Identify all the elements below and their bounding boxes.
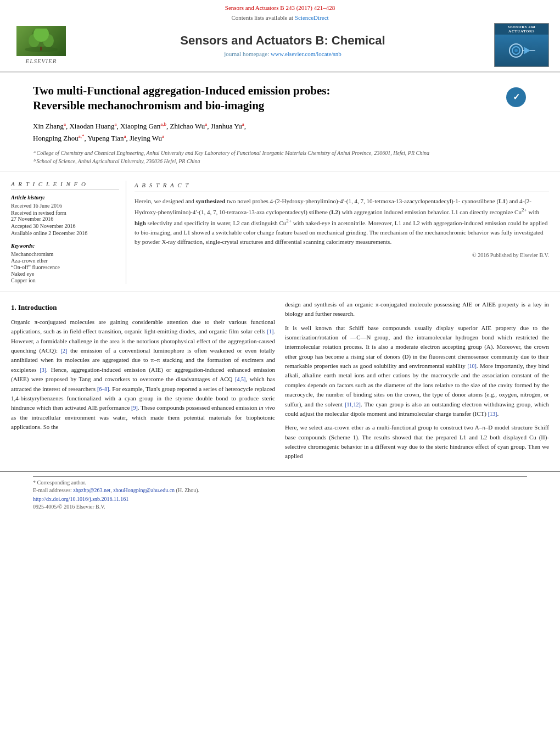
journal-title: Sensors and Actuators B: Chemical	[71, 34, 494, 48]
history-label: Article history:	[11, 194, 119, 200]
affiliations-section: ᵃ College of Chemistry and Chemical Engi…	[33, 149, 527, 165]
abstract-column: A B S T R A C T Herein, we designed and …	[135, 181, 549, 284]
keywords-label: Keywords:	[11, 243, 119, 249]
received-date: Received 16 June 2016	[11, 203, 119, 209]
abstract-heading: A B S T R A C T	[135, 181, 549, 193]
article-info-abstract: A R T I C L E I N F O Article history: R…	[0, 174, 560, 289]
email-note: E-mail addresses: zhpzhp@263.net, zhouHo…	[33, 487, 527, 493]
sensors-logo-image	[495, 35, 548, 66]
keywords-section: Keywords: Mechanochromism Aza-crown ethe…	[11, 243, 119, 283]
footer: * Corresponding author. E-mail addresses…	[0, 471, 560, 514]
doi-link[interactable]: http://dx.doi.org/10.1016/j.snb.2016.11.…	[33, 496, 527, 502]
accepted-date: Accepted 30 November 2016	[11, 223, 119, 229]
authors-section: Xin Zhanga, Xiaodan Huanga, Xiaoping Gan…	[33, 120, 527, 144]
journal-header: Sensors and Actuators B 243 (2017) 421–4…	[0, 0, 560, 72]
journal-title-center: Sensors and Actuators B: Chemical journa…	[71, 34, 494, 57]
article-title: Two multi-Functional aggregation-Induced…	[33, 83, 497, 114]
abstract-text: Herein, we designed and synthesized two …	[135, 197, 549, 247]
doi-line: Sensors and Actuators B 243 (2017) 421–4…	[225, 4, 335, 11]
copyright-notice: © 2016 Published by Elsevier B.V.	[135, 251, 549, 259]
body-content: 1. Introduction Organic π-conjugated mol…	[0, 294, 560, 471]
sciencedirect-link[interactable]: ScienceDirect	[295, 14, 329, 21]
page: Sensors and Actuators B 243 (2017) 421–4…	[0, 0, 560, 742]
received-revised: Received in revised form27 November 2016	[11, 210, 119, 222]
crossmark-logo[interactable]: ✓	[505, 86, 527, 108]
keyword-1: Mechanochromism	[11, 251, 119, 257]
keyword-3: “On-off” fluorescence	[11, 264, 119, 270]
svg-point-8	[514, 49, 518, 52]
authors-text: Xin Zhanga, Xiaodan Huanga, Xiaoping Gan…	[33, 122, 246, 142]
svg-text:✓: ✓	[513, 92, 520, 102]
available-online: Available online 2 December 2016	[11, 230, 119, 236]
crossmark-icon: ✓	[506, 87, 527, 108]
sensors-actuators-logo: SENSORS and ACTUATORS	[494, 23, 549, 67]
contents-line: Contents lists available at ScienceDirec…	[11, 14, 549, 21]
elsevier-tree-icon	[22, 29, 60, 53]
body-left-column: 1. Introduction Organic π-conjugated mol…	[11, 300, 275, 466]
homepage-url[interactable]: www.elsevier.com/locate/snb	[271, 51, 341, 57]
elsevier-text: ELSEVIER	[26, 58, 57, 64]
body-right-column: design and synthesis of an organic π-con…	[285, 300, 549, 466]
keyword-4: Naked eye	[11, 271, 119, 277]
elsevier-logo: ELSEVIER	[11, 26, 71, 64]
intro-para-right-1: design and synthesis of an organic π-con…	[285, 300, 549, 319]
email-2[interactable]: zhouHongping@ahu.edu.cn	[113, 487, 175, 493]
article-title-section: Two multi-Functional aggregation-Induced…	[33, 83, 527, 114]
intro-para-right-2: It is well known that Schiff base compou…	[285, 323, 549, 419]
article-info-column: A R T I C L E I N F O Article history: R…	[11, 181, 126, 284]
keyword-2: Aza-crown ether	[11, 258, 119, 264]
journal-homepage: journal homepage: www.elsevier.com/locat…	[71, 51, 494, 57]
intro-section-title: 1. Introduction	[11, 302, 275, 313]
header-main: ELSEVIER Sensors and Actuators B: Chemic…	[11, 23, 549, 67]
intro-para-right-3: Here, we select aza-crown ether as a mul…	[285, 423, 549, 461]
article-header: Two multi-Functional aggregation-Induced…	[0, 72, 560, 171]
corresponding-note: * Corresponding author.	[33, 479, 527, 486]
section-divider	[0, 292, 560, 292]
sensors-logo-header: SENSORS and ACTUATORS	[495, 24, 548, 35]
elsevier-logo-image	[16, 26, 66, 56]
affiliation-b: ᵇ School of Science, Anhui Agricultural …	[33, 157, 527, 165]
affiliation-a: ᵃ College of Chemistry and Chemical Engi…	[33, 149, 527, 157]
keyword-5: Copper ion	[11, 277, 119, 283]
email-1[interactable]: zhpzhp@263.net	[73, 487, 110, 493]
footer-copyright: 0925-4005/© 2016 Elsevier B.V.	[33, 504, 527, 510]
intro-para-1: Organic π-conjugated molecules are gaini…	[11, 317, 275, 432]
sensors-graphic-icon	[505, 40, 538, 62]
article-title-text: Two multi-Functional aggregation-Induced…	[33, 83, 497, 114]
header-top: Sensors and Actuators B 243 (2017) 421–4…	[11, 4, 549, 11]
article-info-heading: A R T I C L E I N F O	[11, 181, 119, 190]
